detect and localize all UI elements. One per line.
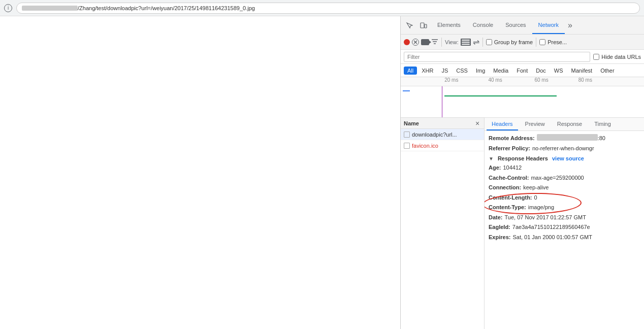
timeline-purple-line	[442, 86, 442, 118]
triangle-icon: ▼	[489, 156, 494, 161]
waterfall-view-button[interactable]: ⇌	[473, 38, 479, 46]
timeline-blue-bar	[403, 90, 410, 91]
content-length-val: 0	[534, 193, 537, 202]
address-blur	[22, 6, 78, 11]
date-key: Date:	[489, 213, 503, 222]
clear-button[interactable]	[412, 39, 419, 46]
cache-control-row: Cache-Control: max-age=259200000	[489, 174, 640, 182]
devtools-panel: Elements Console Sources Network »	[400, 16, 644, 329]
type-filter-css[interactable]: CSS	[453, 67, 471, 75]
network-toolbar: View: ⇌ Group by frame Prese...	[401, 35, 644, 50]
remote-address-val-blurred	[537, 134, 598, 141]
content-length-row: Content-Length: 0	[489, 193, 640, 202]
request-row-favicon[interactable]: favicon.ico	[401, 140, 484, 151]
preserve-log-label: Prese...	[548, 39, 567, 45]
remote-address-row: Remote Address: :80	[489, 134, 640, 143]
screenshot-button[interactable]	[421, 39, 429, 45]
info-icon: i	[4, 4, 12, 12]
browser-viewport	[0, 16, 400, 329]
hide-data-urls-checkbox[interactable]: Hide data URLs	[593, 54, 641, 60]
remote-address-key: Remote Address:	[489, 134, 535, 143]
tab-preview[interactable]: Preview	[520, 118, 550, 130]
content-length-key: Content-Length:	[489, 193, 532, 202]
request-list-name-col: Name	[404, 120, 471, 126]
request-row-icon-1	[404, 143, 410, 149]
filter-input[interactable]	[404, 52, 590, 62]
cache-control-val: max-age=259200000	[531, 174, 584, 182]
referrer-policy-key: Referrer Policy:	[489, 144, 530, 153]
tab-response[interactable]: Response	[552, 118, 588, 130]
type-filter-js[interactable]: JS	[438, 67, 452, 75]
element-picker-icon[interactable]	[403, 19, 416, 32]
devtools-toolbar: Elements Console Sources Network »	[401, 16, 644, 35]
view-label: View:	[445, 39, 459, 45]
content-type-val: image/png	[528, 203, 554, 212]
date-val: Tue, 07 Nov 2017 01:22:57 GMT	[505, 213, 586, 222]
remote-address-port: :80	[598, 134, 605, 143]
view-source-link[interactable]: view source	[552, 155, 584, 161]
cache-control-key: Cache-Control:	[489, 174, 529, 182]
address-bar[interactable]: /Zhang/test/downloadpic?url=/weiyuan/201…	[16, 3, 640, 14]
type-filter-doc[interactable]: Doc	[532, 67, 550, 75]
expires-key: Expires:	[489, 233, 510, 242]
type-filter-ws[interactable]: WS	[551, 67, 567, 75]
request-list: Name × downloadpic?url... favicon.ico	[401, 118, 485, 329]
tab-elements[interactable]: Elements	[431, 16, 467, 34]
svg-rect-1	[425, 24, 427, 28]
ruler-mark-20ms: 20 ms	[444, 77, 458, 83]
headers-content: Remote Address: :80 Referrer Policy: no-…	[485, 131, 644, 329]
filter-button[interactable]	[431, 38, 438, 46]
device-toolbar-icon[interactable]	[417, 19, 430, 32]
more-tabs-button[interactable]: »	[565, 21, 575, 30]
type-filter-img[interactable]: Img	[472, 67, 489, 75]
filter-bar: Hide data URLs	[401, 50, 644, 64]
toolbar-divider-1	[441, 38, 442, 47]
referrer-policy-val: no-referrer-when-downgr	[532, 144, 594, 153]
group-by-frame-label: Group by frame	[494, 39, 533, 45]
age-key: Age:	[489, 163, 501, 172]
response-headers-label: Response Headers	[498, 155, 548, 161]
devtools-tabs: Elements Console Sources Network »	[431, 16, 642, 34]
tab-headers[interactable]: Headers	[487, 118, 518, 130]
ruler-mark-80ms: 80 ms	[578, 77, 592, 83]
age-val: 104412	[503, 163, 522, 172]
request-row-icon-0	[404, 131, 410, 138]
type-filter-other[interactable]: Other	[597, 67, 618, 75]
type-filter-all[interactable]: All	[404, 67, 417, 75]
eagleid-row: EagleId: 7ae3a4a71510122189560467e	[489, 223, 640, 232]
content-type-row: Content-Type: image/png	[489, 203, 640, 212]
main-area: Elements Console Sources Network »	[0, 16, 644, 329]
request-row-downloadpic[interactable]: downloadpic?url...	[401, 129, 484, 140]
request-row-name-1: favicon.ico	[412, 143, 438, 149]
timeline-ruler: 20 ms 40 ms 60 ms 80 ms	[401, 77, 644, 86]
type-filter-manifest[interactable]: Manifest	[568, 67, 596, 75]
hide-data-urls-label: Hide data URLs	[601, 54, 641, 60]
eagleid-val: 7ae3a4a71510122189560467e	[512, 223, 590, 232]
address-text: /Zhang/test/downloadpic?url=/weiyuan/201…	[78, 5, 255, 11]
group-by-frame-checkbox[interactable]: Group by frame	[486, 39, 533, 45]
expires-row: Expires: Sat, 01 Jan 2000 01:00:57 GMT	[489, 233, 640, 242]
response-headers-section: ▼ Response Headers view source	[489, 155, 640, 161]
type-filter-xhr[interactable]: XHR	[418, 67, 437, 75]
type-filter-font[interactable]: Font	[513, 67, 531, 75]
referrer-policy-row: Referrer Policy: no-referrer-when-downgr	[489, 144, 640, 153]
timeline-green-bar	[444, 95, 556, 96]
tab-network[interactable]: Network	[532, 16, 565, 34]
content-type-key: Content-Type:	[489, 203, 526, 212]
connection-row: Connection: keep-alive	[489, 183, 640, 192]
tab-timing[interactable]: Timing	[589, 118, 616, 130]
headers-panel: Headers Preview Response Timing Remote A…	[485, 118, 644, 329]
timeline-graph	[401, 86, 644, 118]
tab-console[interactable]: Console	[467, 16, 499, 34]
tab-sources[interactable]: Sources	[499, 16, 532, 34]
preserve-log-checkbox[interactable]: Prese...	[539, 39, 567, 45]
type-filter-media[interactable]: Media	[490, 67, 512, 75]
connection-key: Connection:	[489, 183, 521, 192]
close-headers-button[interactable]: ×	[474, 120, 481, 127]
timeline-area: 20 ms 40 ms 60 ms 80 ms	[401, 77, 644, 118]
type-filter-bar: All XHR JS CSS Img Media Font Doc WS Man…	[401, 64, 644, 77]
record-button[interactable]	[404, 39, 410, 45]
toolbar-divider-2	[482, 38, 483, 47]
request-rows: downloadpic?url... favicon.ico	[401, 129, 484, 329]
list-view-button[interactable]	[461, 39, 471, 46]
